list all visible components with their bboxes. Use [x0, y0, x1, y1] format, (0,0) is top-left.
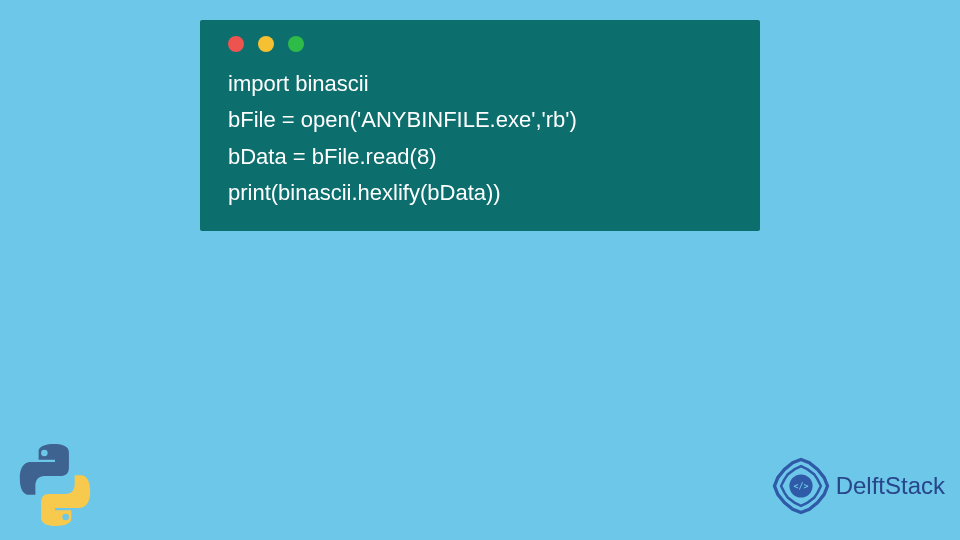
code-line: bFile = open('ANYBINFILE.exe','rb'): [228, 107, 577, 132]
close-icon: [228, 36, 244, 52]
delftstack-logo-icon: </>: [772, 457, 830, 515]
svg-text:</>: </>: [793, 481, 808, 491]
minimize-icon: [258, 36, 274, 52]
window-controls: [228, 36, 736, 52]
code-line: bData = bFile.read(8): [228, 144, 437, 169]
code-block: import binascii bFile = open('ANYBINFILE…: [228, 66, 736, 211]
code-window: import binascii bFile = open('ANYBINFILE…: [200, 20, 760, 231]
code-line: print(binascii.hexlify(bData)): [228, 180, 501, 205]
python-logo-icon: [10, 440, 100, 530]
code-line: import binascii: [228, 71, 369, 96]
brand-name: DelftStack: [836, 472, 945, 500]
maximize-icon: [288, 36, 304, 52]
brand-area: </> DelftStack: [772, 457, 945, 515]
